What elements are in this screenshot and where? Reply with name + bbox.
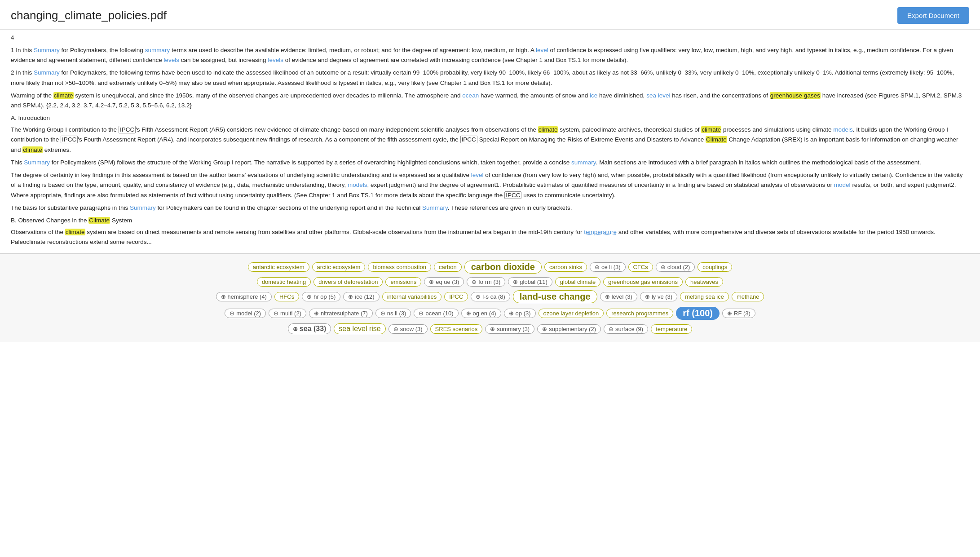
tag-temperature[interactable]: temperature [651,324,692,334]
tag-cfcs[interactable]: CFCs [628,262,653,272]
highlight-climate-3: climate [701,126,721,133]
paragraph-2: 2 In this Summary for Policymakers, the … [11,68,969,88]
paragraph-7: The basis for substantive paragraphs in … [11,203,969,213]
highlight-greenhouse-gases: greenhouse gases [770,92,821,99]
highlight-climate-6: climate [65,229,85,235]
tag-carbon[interactable]: carbon [434,262,462,272]
tag-internal-variabilities[interactable]: internal variabilities [382,292,442,301]
link-summary-1[interactable]: Summary [34,47,60,53]
tags-row-5: ⊕sea (33) sea level rise ⊕snow (3) SRES … [13,323,967,334]
link-summary-2[interactable]: summary [145,47,170,53]
app-container: changing_climate_policies.pdf Export Doc… [0,0,980,342]
tag-eq-ue[interactable]: ⊕eq ue (3) [424,277,464,287]
ipcc-box-3: IPCC [460,136,477,143]
link-temperature[interactable]: temperature [584,229,617,235]
tag-domestic-heating[interactable]: domestic heating [257,277,311,287]
tag-cloud[interactable]: ⊕cloud (2) [656,262,695,272]
link-summary-4[interactable]: Summary [24,159,50,166]
tag-multi[interactable]: ⊕multi (2) [269,309,306,318]
tag-rf-100[interactable]: rf (100) [676,307,720,320]
tags-row-3: ⊕hemisphere (4) HFCs ⊕hr op (5) ⊕ice (12… [13,290,967,303]
tag-model[interactable]: ⊕model (2) [225,309,266,318]
paragraph-5: This Summary for Policymakers (SPM) foll… [11,158,969,168]
tags-panel: antarctic ecosystem arctic ecosystem bio… [0,253,980,342]
content-area[interactable]: 4 1 In this Summary for Policymakers, th… [0,29,980,253]
tag-carbon-sinks[interactable]: carbon sinks [544,262,587,272]
link-model[interactable]: model [834,181,851,188]
link-models-2[interactable]: models [348,181,367,188]
tag-sea-level-rise[interactable]: sea level rise [334,323,385,334]
tag-emissions[interactable]: emissions [385,277,421,287]
link-sea-level[interactable]: sea level [646,92,670,99]
tag-couplings[interactable]: couplings [697,262,732,272]
tag-biomass-combustion[interactable]: biomass combustion [368,262,431,272]
link-level-1[interactable]: level [536,47,548,53]
tag-land-use-change[interactable]: land-use change [513,290,597,303]
link-summary-5[interactable]: summary [571,159,596,166]
tag-op[interactable]: ⊕op (3) [504,309,536,318]
tags-row-2: domestic heating drivers of deforestatio… [13,277,967,287]
tag-nitratesulphate[interactable]: ⊕nitratesulphate (7) [309,309,373,318]
tags-row-1: antarctic ecosystem arctic ecosystem bio… [13,261,967,274]
tag-antarctic-ecosystem[interactable]: antarctic ecosystem [248,262,309,272]
tag-hemisphere[interactable]: ⊕hemisphere (4) [216,292,272,301]
tag-carbon-dioxide[interactable]: carbon dioxide [464,261,542,274]
tag-supplementary[interactable]: ⊕supplementary (2) [537,324,601,334]
tag-surface[interactable]: ⊕surface (9) [604,324,648,334]
link-levels-2[interactable]: levels [268,57,283,63]
link-level-2[interactable]: level [471,172,484,178]
link-ocean[interactable]: ocean [462,92,479,99]
highlight-climate-2: climate [538,126,558,133]
tag-global[interactable]: ⊕global (11) [508,277,552,287]
tag-ozone-layer-depletion[interactable]: ozone layer depletion [539,309,604,318]
highlight-climate-1: climate [53,92,74,99]
tag-summary[interactable]: ⊕summary (3) [485,324,534,334]
link-summary-6[interactable]: Summary [130,204,156,211]
highlight-climate-b: Climate [88,217,110,224]
tag-ocean[interactable]: ⊕ocean (10) [414,309,458,318]
tag-arctic-ecosystem[interactable]: arctic ecosystem [312,262,366,272]
page-number: 4 [11,33,969,43]
tag-sea-33[interactable]: ⊕sea (33) [288,323,331,334]
ipcc-box-2: IPCC [61,136,78,143]
tag-ce-li[interactable]: ⊕ce li (3) [590,262,626,272]
paragraph-8: Observations of the climate system are b… [11,227,969,248]
tag-melting-sea-ice[interactable]: melting sea ice [680,292,729,301]
tag-global-climate[interactable]: global climate [555,277,601,287]
tag-methane[interactable]: methane [732,292,764,301]
tag-fo-rm[interactable]: ⊕fo rm (3) [467,277,505,287]
header: changing_climate_policies.pdf Export Doc… [0,0,980,29]
paragraph-6: The degree of certainty in key findings … [11,170,969,200]
paragraph-1: 1 In this Summary for Policymakers, the … [11,45,969,66]
link-summary-7[interactable]: Summary [422,204,448,211]
tag-ipcc[interactable]: IPCC [444,292,468,301]
paragraph-3: Warming of the climate system is unequiv… [11,91,969,111]
tag-snow[interactable]: ⊕snow (3) [388,324,428,334]
export-button[interactable]: Export Document [897,7,969,24]
tag-ly-ve[interactable]: ⊕ly ve (3) [640,292,677,301]
tag-l-s-ca[interactable]: ⊕l-s ca (8) [471,292,510,301]
section-b-title: B. Observed Changes in the Climate Syste… [11,216,969,225]
tag-sres-scenarios[interactable]: SRES scenarios [430,324,483,334]
tag-hfcs[interactable]: HFCs [274,292,299,301]
tag-greenhouse-gas-emissions[interactable]: greenhouse gas emissions [603,277,683,287]
tag-drivers-deforestation[interactable]: drivers of deforestation [313,277,383,287]
tag-ice[interactable]: ⊕ice (12) [343,292,379,301]
page-title: changing_climate_policies.pdf [11,9,167,22]
paragraph-4: The Working Group I contribution to the … [11,125,969,155]
link-models-1[interactable]: models [833,126,853,133]
link-summary-3[interactable]: Summary [34,69,60,76]
ipcc-box-4: IPCC [504,191,521,199]
section-a-title: A. Introduction [11,113,969,123]
tag-rf-3[interactable]: ⊕RF (3) [722,309,755,318]
tag-research-programmes[interactable]: research programmes [606,309,673,318]
tag-og-en[interactable]: ⊕og en (4) [461,309,501,318]
tag-ns-li[interactable]: ⊕ns li (3) [375,309,411,318]
tag-heatwaves[interactable]: heatwaves [685,277,723,287]
ipcc-box-1: IPCC [119,126,136,133]
highlight-climate-4: Climate [706,136,727,143]
link-ice[interactable]: ice [590,92,597,99]
tag-hr-op[interactable]: ⊕hr op (5) [302,292,340,301]
link-levels-1[interactable]: levels [163,57,179,63]
tag-level[interactable]: ⊕level (3) [600,292,637,301]
